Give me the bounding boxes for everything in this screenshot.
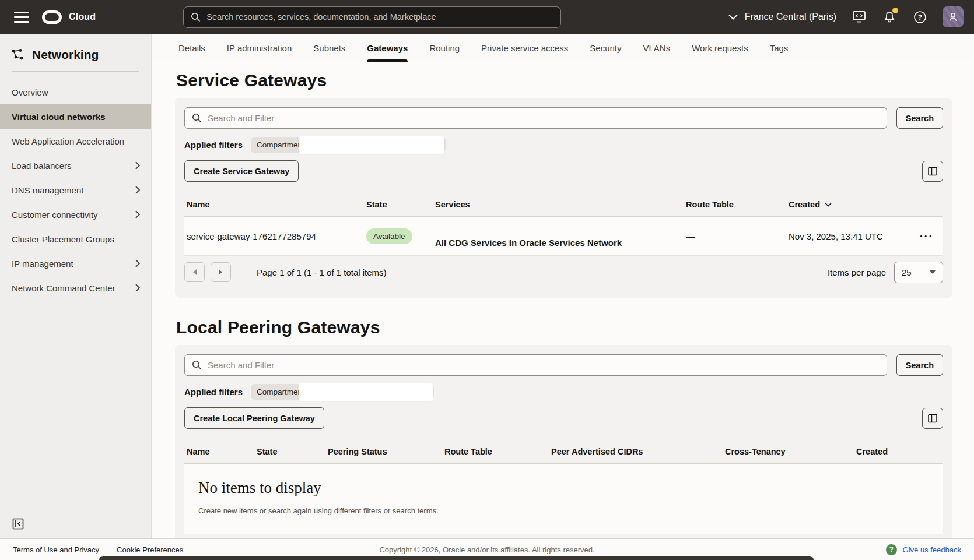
lpg-col-name[interactable]: Name [184,447,254,456]
create-local-peering-gateway-button[interactable]: Create Local Peering Gateway [184,407,324,429]
sg-search-filter-field[interactable] [184,107,887,129]
empty-state: No items to display Create new items or … [184,464,943,534]
sidebar-item-cluster-placement-groups[interactable]: Cluster Placement Groups [0,227,151,251]
sidebar-item-label: Overview [12,87,48,97]
pagination-text: Page 1 of 1 (1 - 1 of 1 total items) [257,267,387,277]
person-icon [947,11,959,23]
lpg-search-filter-field[interactable] [184,354,887,376]
user-avatar[interactable] [943,6,964,27]
lpg-col-route-table[interactable]: Route Table [442,447,549,456]
tab-work-requests[interactable]: Work requests [692,34,748,62]
sidebar-item-dns-management[interactable]: DNS management [0,178,151,202]
lpg-col-cross-tenancy[interactable]: Cross-Tenancy [723,447,854,456]
sidebar-item-label: IP management [12,259,73,269]
header-actions: France Central (Paris) [728,6,964,27]
tab-bar: Details IP administration Subnets Gatewa… [152,34,974,62]
chevron-right-icon [135,259,141,268]
tab-vlans[interactable]: VLANs [643,34,671,62]
sidebar-item-network-command-center[interactable]: Network Command Center [0,276,151,300]
empty-state-title: No items to display [198,479,929,497]
tab-routing[interactable]: Routing [429,34,460,62]
sg-column-settings-icon[interactable] [922,161,943,182]
sg-row-name: service-gateway-1762177285794 [184,231,364,241]
sg-col-services[interactable]: Services [433,200,684,209]
lpg-search-input[interactable] [208,360,880,370]
hamburger-menu-icon[interactable] [14,9,29,24]
lpg-applied-filters-label: Applied filters [184,387,243,397]
service-gateways-panel: Search Applied filters Compartment Creat… [175,98,952,298]
sidebar-item-label: Web Application Acceleration [12,136,124,146]
local-peering-gateways-title: Local Peering Gateways [176,318,952,337]
region-selector[interactable]: France Central (Paris) [728,12,836,22]
arrow-right-icon [218,269,223,276]
search-icon [192,360,202,370]
sidebar-item-web-application-acceleration[interactable]: Web Application Acceleration [0,129,151,153]
sg-search-button[interactable]: Search [896,107,943,129]
next-page-button[interactable] [211,262,231,282]
help-icon[interactable]: ? [912,9,927,24]
oracle-cloud-logo[interactable]: Cloud [42,10,96,24]
tab-security[interactable]: Security [590,34,621,62]
sg-col-state[interactable]: State [364,200,433,209]
service-gateways-title: Service Gateways [176,71,952,90]
give-us-feedback-link[interactable]: Give us feedback [903,545,961,554]
notifications-bell-icon[interactable] [882,9,897,24]
lpg-table-header: Name State Peering Status Route Table Pe… [184,439,943,464]
create-service-gateway-button[interactable]: Create Service Gateway [184,160,299,182]
sidebar-item-label: Network Command Center [12,283,115,293]
chevron-right-icon [135,210,141,219]
sg-search-input[interactable] [208,113,880,123]
table-row: service-gateway-1762177285794 Available … [184,217,943,256]
sg-pagination: Page 1 of 1 (1 - 1 of 1 total items) Ite… [184,256,943,288]
sg-row-route-table: — [684,231,786,241]
local-peering-gateways-table: Name State Peering Status Route Table Pe… [184,439,943,534]
tab-ip-administration[interactable]: IP administration [227,34,292,62]
sg-col-route-table[interactable]: Route Table [684,200,786,209]
items-per-page-label: Items per page [828,267,886,277]
collapse-sidebar-icon[interactable] [12,517,24,530]
lpg-col-peer-advertised-cidrs[interactable]: Peer Advertised CIDRs [549,447,723,456]
cloud-shell-icon[interactable] [852,9,867,24]
previous-page-button[interactable] [184,262,205,282]
sidebar-item-overview[interactable]: Overview [0,80,151,104]
sidebar-item-ip-management[interactable]: IP management [0,251,151,276]
cookie-preferences-link[interactable]: Cookie Preferences [117,545,183,554]
lpg-column-settings-icon[interactable] [922,408,943,429]
tab-subnets[interactable]: Subnets [313,34,345,62]
chevron-down-icon [728,14,738,20]
copyright-text: Copyright © 2026, Oracle and/or its affi… [379,545,594,554]
sg-row-services[interactable]: All CDG Services In Oracle Services Netw… [433,238,684,248]
global-search-bar[interactable] [183,6,561,28]
sidebar-footer [12,510,139,538]
main-area: Details IP administration Subnets Gatewa… [152,34,974,538]
sg-col-created[interactable]: Created [786,200,912,209]
tab-gateways[interactable]: Gateways [367,34,408,62]
sg-compartment-filter-chip[interactable]: Compartment [251,137,446,153]
sidebar-nav: Overview Virtual cloud networks Web Appl… [0,72,151,510]
sg-applied-filters-label: Applied filters [184,140,243,150]
sidebar-item-customer-connectivity[interactable]: Customer connectivity [0,202,151,227]
chevron-right-icon [135,283,141,293]
search-icon [192,113,202,123]
tab-details[interactable]: Details [178,34,205,62]
sidebar-item-virtual-cloud-networks[interactable]: Virtual cloud networks [0,104,151,129]
brand-name: Cloud [69,12,96,22]
lpg-col-state[interactable]: State [254,447,325,456]
items-per-page-select[interactable]: 25 [894,262,943,283]
chevron-right-icon [135,161,141,170]
global-search-input[interactable] [206,12,553,22]
sidebar: Networking Overview Virtual cloud networ… [0,34,152,538]
lpg-search-button[interactable]: Search [896,354,943,376]
sg-compartment-value [299,136,444,154]
lpg-compartment-filter-chip[interactable]: Compartment [251,384,434,400]
lpg-col-created[interactable]: Created [854,447,943,456]
terms-of-use-link[interactable]: Terms of Use and Privacy [13,545,99,554]
sidebar-item-load-balancers[interactable]: Load balancers [0,153,151,178]
sg-col-name[interactable]: Name [184,200,364,209]
lpg-col-peering-status[interactable]: Peering Status [325,447,442,456]
tab-tags[interactable]: Tags [770,34,789,62]
tab-private-service-access[interactable]: Private service access [481,34,568,62]
row-actions-menu-icon[interactable]: ••• [920,233,934,240]
sidebar-title-text: Networking [32,48,99,62]
service-gateways-table: Name State Services Route Table Created [184,192,943,288]
